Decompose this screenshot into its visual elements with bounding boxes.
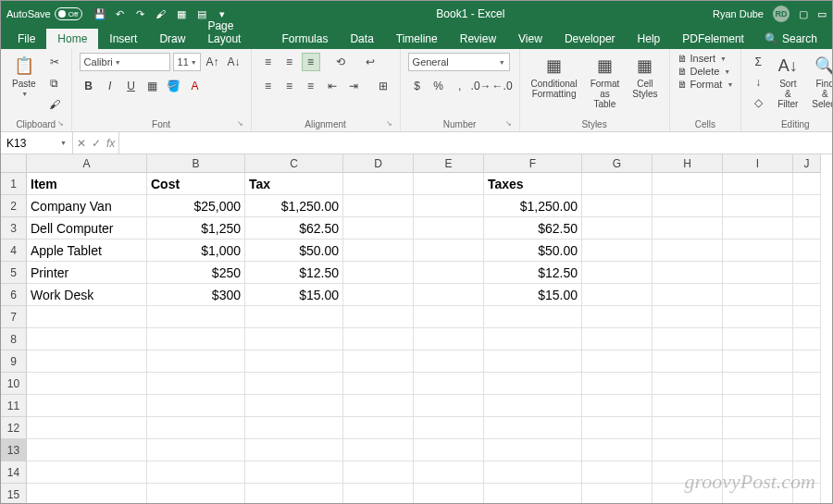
cell[interactable]: $25,000 [147,195,245,217]
cell[interactable] [414,461,484,484]
cell[interactable] [582,350,653,373]
cell[interactable] [343,439,414,461]
tab-developer[interactable]: Developer [553,29,627,49]
cell[interactable] [653,217,723,240]
cell[interactable] [723,195,793,217]
row-header[interactable]: 12 [1,417,27,439]
cell[interactable]: Company Van [27,195,147,217]
cell[interactable] [653,328,723,350]
cell[interactable] [723,350,793,373]
cell[interactable] [245,395,343,417]
paste-button[interactable]: 📋 Paste ▼ [8,53,40,99]
cell[interactable] [147,395,245,417]
cell[interactable] [793,350,821,373]
cell[interactable]: $50.00 [245,240,343,262]
cell[interactable] [723,173,793,195]
ribbon-display-icon[interactable]: ▢ [799,8,808,20]
increase-indent-button[interactable]: ⇥ [344,77,363,95]
align-bottom-button[interactable]: ≡ [302,53,320,71]
cell[interactable] [27,395,147,417]
fx-icon[interactable]: fx [106,137,115,150]
cell[interactable] [27,484,147,504]
qat-icon[interactable]: 🖌 [155,7,168,20]
row-header[interactable]: 15 [1,484,27,504]
cell[interactable] [343,262,414,284]
cell[interactable]: $15.00 [484,284,582,306]
cell[interactable] [414,195,484,217]
cell[interactable] [723,328,793,350]
format-as-table-button[interactable]: ▦Format as Table [587,53,624,111]
border-button[interactable]: ▦ [143,77,162,95]
autosum-button[interactable]: Σ [749,53,767,71]
align-top-button[interactable]: ≡ [259,53,278,71]
row-header[interactable]: 13 [1,439,27,461]
tab-insert[interactable]: Insert [98,29,148,49]
align-left-button[interactable]: ≡ [259,77,278,95]
cell[interactable] [414,350,484,373]
cell[interactable] [414,439,484,461]
cell[interactable] [343,217,414,240]
cell[interactable] [653,306,723,328]
cells-area[interactable]: ItemCostTaxTaxesCompany Van$25,000$1,250… [27,173,821,504]
row-header[interactable]: 10 [1,373,27,395]
tab-draw[interactable]: Draw [148,29,196,49]
cell[interactable] [414,306,484,328]
cell[interactable] [484,439,582,461]
row-header[interactable]: 4 [1,240,27,262]
cell[interactable] [653,262,723,284]
wrap-text-button[interactable]: ↩ [361,53,379,71]
font-name-select[interactable]: Calibri▼ [80,53,170,71]
row-header[interactable]: 5 [1,262,27,284]
cell[interactable] [793,262,821,284]
col-header[interactable]: H [653,154,723,173]
insert-cells-button[interactable]: 🗎Insert▼ [678,53,727,64]
cell[interactable] [723,217,793,240]
delete-cells-button[interactable]: 🗎Delete▼ [678,66,731,77]
row-header[interactable]: 2 [1,195,27,217]
cell[interactable] [653,173,723,195]
cell[interactable] [484,484,582,504]
currency-button[interactable]: $ [408,77,427,95]
cell[interactable] [582,284,653,306]
cut-button[interactable]: ✂ [45,53,64,71]
cell[interactable] [245,350,343,373]
cell[interactable] [245,484,343,504]
tab-view[interactable]: View [507,29,553,49]
undo-icon[interactable]: ↶ [114,7,127,20]
cell[interactable] [484,350,582,373]
cell[interactable] [582,173,653,195]
row-header[interactable]: 11 [1,395,27,417]
cell[interactable] [245,373,343,395]
search-button[interactable]: 🔍 Search [755,29,827,49]
cell[interactable] [723,306,793,328]
cell[interactable] [27,439,147,461]
cell[interactable] [245,328,343,350]
cell[interactable] [484,461,582,484]
cell[interactable]: $50.00 [484,240,582,262]
cell[interactable] [343,306,414,328]
cell[interactable] [27,461,147,484]
cell[interactable] [414,373,484,395]
cell[interactable] [147,373,245,395]
cell[interactable] [414,240,484,262]
cell[interactable] [245,439,343,461]
cell[interactable]: Taxes [484,173,582,195]
tab-home[interactable]: Home [46,29,98,49]
cell[interactable] [484,306,582,328]
cell[interactable] [793,173,821,195]
cell[interactable] [343,284,414,306]
clear-button[interactable]: ◇ [749,93,767,112]
cell[interactable] [582,484,653,504]
conditional-formatting-button[interactable]: ▦Conditional Formatting [528,53,581,101]
cell[interactable] [484,373,582,395]
cell[interactable] [653,240,723,262]
dialog-launcher-icon[interactable]: ↘ [237,119,243,128]
cell[interactable] [414,217,484,240]
cell[interactable]: $62.50 [245,217,343,240]
percent-button[interactable]: % [429,77,448,95]
row-header[interactable]: 8 [1,328,27,350]
cell[interactable] [414,173,484,195]
cell[interactable] [343,173,414,195]
qat-icon[interactable]: ▦ [175,7,188,20]
cell[interactable] [27,417,147,439]
